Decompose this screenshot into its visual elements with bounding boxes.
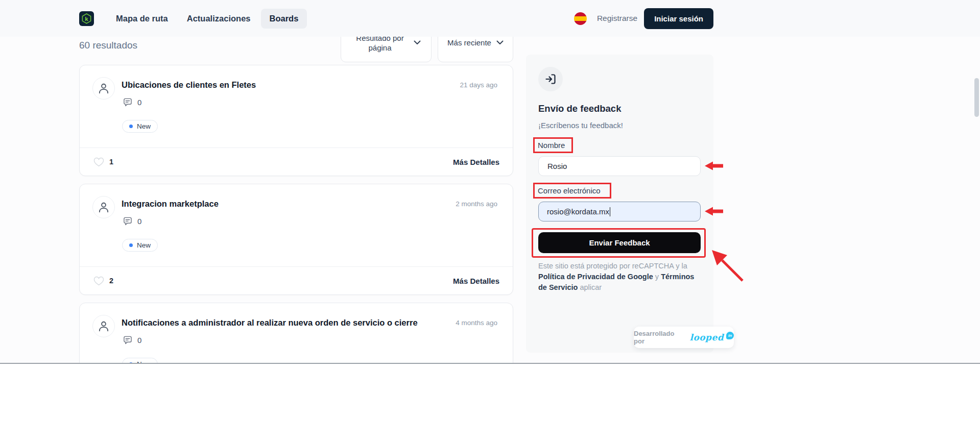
more-details-link[interactable]: Más Detalles xyxy=(453,158,499,166)
heart-icon xyxy=(93,276,104,286)
header-right-group: Registrarse Iniciar sesión xyxy=(574,8,713,29)
nav-links: Mapa de ruta Actualizaciones Boards xyxy=(107,9,308,29)
scrollbar[interactable] xyxy=(974,78,979,117)
person-icon xyxy=(97,319,110,333)
comment-icon xyxy=(123,216,133,226)
feedback-form-subtitle: ¡Escríbenos tu feedback! xyxy=(538,121,623,130)
recaptcha-text: Este sitio está protegido por reCAPTCHA … xyxy=(538,262,687,270)
like-count: 2 xyxy=(109,277,113,285)
comment-count: 0 xyxy=(137,98,141,107)
feedback-card[interactable]: Ubicaciones de clientes en Fletes 21 day… xyxy=(79,65,513,176)
login-button[interactable]: Iniciar sesión xyxy=(644,8,713,29)
comment-count-group: 0 xyxy=(123,97,141,107)
svg-text:k: k xyxy=(85,15,88,21)
comment-icon xyxy=(123,97,133,107)
person-icon xyxy=(97,82,110,95)
status-badge: New xyxy=(122,239,158,252)
register-link[interactable]: Registrarse xyxy=(597,14,637,23)
like-count: 1 xyxy=(109,158,113,166)
avatar xyxy=(92,77,115,100)
card-footer: 1 Más Detalles xyxy=(80,147,513,176)
person-icon xyxy=(97,201,110,214)
avatar xyxy=(92,196,115,218)
comment-count-group: 0 xyxy=(123,335,141,345)
email-input-value: rosio@kordata.mx xyxy=(547,207,609,216)
email-field-label: Correo electrónico xyxy=(538,186,601,195)
card-age: 4 months ago xyxy=(456,319,497,327)
email-input[interactable]: rosio@kordata.mx xyxy=(538,202,701,221)
recaptcha-text: y xyxy=(655,273,659,281)
submit-feedback-button[interactable]: Enviar Feedback xyxy=(538,232,701,253)
card-age: 21 days ago xyxy=(460,81,497,89)
heart-icon xyxy=(93,157,104,167)
looped-bubble-icon: in xyxy=(726,332,734,339)
card-title[interactable]: Ubicaciones de clientes en Fletes xyxy=(122,80,256,90)
red-arrow-icon xyxy=(710,248,746,283)
avatar xyxy=(92,315,115,337)
like-button[interactable]: 2 xyxy=(93,276,113,286)
sort-selected-label: Más reciente xyxy=(447,38,491,47)
log-in-icon xyxy=(538,67,563,91)
comment-icon xyxy=(123,335,133,345)
developed-by-text: Desarrollado por xyxy=(634,330,686,345)
feedback-card[interactable]: Notificaciones a administrador al realiz… xyxy=(79,303,513,363)
feedback-list: Ubicaciones de clientes en Fletes 21 day… xyxy=(79,65,513,363)
chevron-down-icon xyxy=(496,40,504,45)
top-navigation-bar: k Mapa de ruta Actualizaciones Boards Re… xyxy=(0,0,980,37)
comment-count: 0 xyxy=(137,336,141,344)
feedback-form-title: Envío de feedback xyxy=(538,103,621,114)
card-age: 2 months ago xyxy=(456,200,497,208)
developed-by-badge[interactable]: Desarrollado por looped in xyxy=(634,327,734,348)
comment-count: 0 xyxy=(137,217,141,226)
feedback-form-panel: Envío de feedback ¡Escríbenos tu feedbac… xyxy=(526,55,713,353)
privacy-policy-link[interactable]: Política de Privacidad de Google xyxy=(538,273,653,281)
screenshot-cut-divider xyxy=(0,363,980,364)
looped-logo: looped xyxy=(689,332,724,342)
badge-dot-icon xyxy=(129,125,133,128)
recaptcha-notice: Este sitio está protegido por reCAPTCHA … xyxy=(538,261,698,293)
nav-item-mapa-de-ruta[interactable]: Mapa de ruta xyxy=(107,9,177,29)
more-details-link[interactable]: Más Detalles xyxy=(453,277,499,285)
nav-item-actualizaciones[interactable]: Actualizaciones xyxy=(178,9,259,29)
card-footer: 2 Más Detalles xyxy=(80,266,513,294)
badge-dot-icon xyxy=(129,243,133,247)
kordata-logo-icon[interactable]: k xyxy=(79,11,94,26)
name-input[interactable] xyxy=(538,156,701,176)
status-badge: New xyxy=(122,120,158,133)
card-title[interactable]: Integracion marketplace xyxy=(122,199,219,209)
feedback-card[interactable]: Integracion marketplace 2 months ago 0 N… xyxy=(79,184,513,295)
nav-item-boards[interactable]: Boards xyxy=(261,9,307,29)
results-count: 60 resultados xyxy=(79,40,137,51)
comment-count-group: 0 xyxy=(123,216,141,226)
spain-flag-icon[interactable] xyxy=(574,12,587,25)
card-title[interactable]: Notificaciones a administrador al realiz… xyxy=(122,318,418,328)
page: k Mapa de ruta Actualizaciones Boards Re… xyxy=(0,0,980,363)
like-button[interactable]: 1 xyxy=(93,157,113,167)
text-cursor xyxy=(610,207,611,216)
chevron-down-icon xyxy=(414,40,421,45)
recaptcha-text: aplicar xyxy=(580,283,602,291)
name-field-label: Nombre xyxy=(538,141,565,150)
